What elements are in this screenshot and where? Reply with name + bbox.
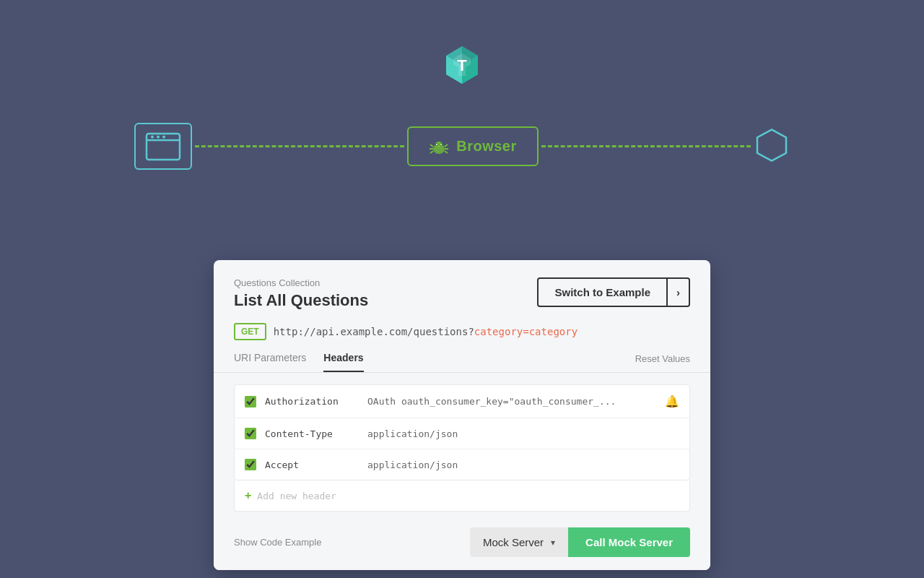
svg-point-16: [440, 144, 442, 145]
svg-line-22: [445, 151, 448, 153]
url-param: category=category: [474, 326, 578, 337]
tab-headers[interactable]: Headers: [323, 352, 363, 372]
hexagon-node: [754, 127, 790, 166]
url-base: http://api.example.com/questions?: [274, 326, 474, 337]
svg-line-19: [430, 151, 433, 153]
header-key-authorization: Authorization: [265, 396, 359, 407]
show-code-label: Show Code Example: [234, 537, 321, 548]
table-row: Authorization OAuth oauth_consumer_key="…: [235, 385, 689, 418]
svg-line-17: [430, 144, 433, 147]
table-row: Accept application/json: [235, 449, 689, 480]
accept-checkbox[interactable]: [245, 459, 256, 470]
tabs-left: URI Parameters Headers: [234, 352, 364, 372]
card-header-left: Questions Collection List All Questions: [234, 277, 368, 310]
mock-server-dropdown[interactable]: Mock Server ▾: [470, 527, 568, 557]
svg-point-8: [151, 135, 154, 138]
tab-uri-parameters[interactable]: URI Parameters: [234, 352, 306, 372]
authorization-checkbox[interactable]: [245, 396, 256, 407]
method-badge: GET: [234, 323, 266, 340]
add-icon: +: [245, 489, 251, 502]
connection-area: Browser: [0, 123, 924, 170]
main-card: Questions Collection List All Questions …: [214, 260, 710, 570]
svg-marker-23: [757, 129, 786, 160]
footer-right: Mock Server ▾ Call Mock Server: [470, 527, 690, 557]
logo-area: T: [0, 0, 924, 87]
card-header: Questions Collection List All Questions …: [214, 260, 710, 310]
url-text: http://api.example.com/questions?categor…: [274, 326, 578, 337]
logo-icon: T: [440, 43, 484, 87]
content-type-checkbox[interactable]: [245, 428, 256, 439]
endpoint-title: List All Questions: [234, 291, 368, 310]
svg-line-20: [445, 144, 448, 147]
add-header-row[interactable]: + Add new header: [234, 480, 690, 512]
add-header-placeholder: Add new header: [257, 491, 336, 501]
header-value-authorization: OAuth oauth_consumer_key="oauth_consumer…: [367, 396, 656, 407]
mock-server-label: Mock Server: [483, 536, 544, 548]
header-value-accept: application/json: [367, 460, 679, 470]
svg-point-10: [162, 135, 165, 138]
header-value-content-type: application/json: [367, 428, 679, 439]
svg-point-9: [157, 135, 160, 138]
url-row: GET http://api.example.com/questions?cat…: [214, 310, 710, 340]
browser-window-node: [134, 123, 192, 170]
header-key-accept: Accept: [265, 460, 359, 470]
header-key-content-type: Content-Type: [265, 428, 359, 439]
table-row: Content-Type application/json: [235, 418, 689, 449]
tabs-row: URI Parameters Headers Reset Values: [214, 340, 710, 373]
dotted-line-left: [195, 145, 404, 147]
browser-label: Browser: [456, 138, 517, 155]
svg-text:T: T: [457, 56, 467, 74]
dotted-line-right: [541, 145, 751, 147]
chevron-down-icon: ▾: [551, 538, 555, 548]
browser-center-node: Browser: [407, 126, 539, 166]
reset-values-button[interactable]: Reset Values: [635, 353, 690, 371]
card-header-right: Switch to Example ›: [537, 277, 690, 307]
switch-example-button[interactable]: Switch to Example: [537, 277, 668, 307]
lock-icon: 🔔: [665, 394, 679, 408]
headers-table: Authorization OAuth oauth_consumer_key="…: [234, 384, 690, 480]
collection-name: Questions Collection: [234, 277, 368, 288]
call-mock-server-button[interactable]: Call Mock Server: [568, 527, 690, 557]
nav-arrow-button[interactable]: ›: [668, 277, 690, 307]
card-footer: Show Code Example Mock Server ▾ Call Moc…: [214, 514, 710, 570]
svg-point-15: [436, 144, 437, 145]
